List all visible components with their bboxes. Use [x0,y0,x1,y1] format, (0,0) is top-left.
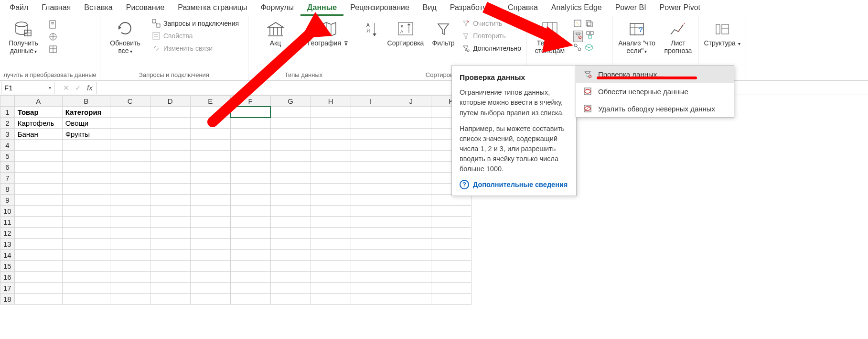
cell[interactable] [110,217,150,228]
tab-insert[interactable]: Вставка [77,0,119,16]
cell[interactable] [230,283,270,294]
cell[interactable] [62,272,110,283]
cell[interactable] [190,195,230,206]
cell[interactable]: Товар [14,107,62,118]
cell[interactable] [150,107,190,118]
from-table-button[interactable] [47,44,59,55]
cell[interactable] [62,173,110,184]
cell[interactable] [431,217,471,228]
cell[interactable] [110,294,150,305]
cell[interactable] [150,217,190,228]
col-header-C[interactable]: C [110,96,150,107]
row-header[interactable]: 10 [0,206,15,217]
cell[interactable] [230,228,270,239]
cell[interactable] [391,107,431,118]
cell[interactable] [351,261,391,272]
cell[interactable] [62,206,110,217]
cell[interactable] [110,118,150,129]
cell[interactable] [311,250,351,261]
cell[interactable] [351,283,391,294]
cell[interactable] [270,217,311,228]
cell[interactable] [190,261,230,272]
cell[interactable] [14,162,62,173]
cell[interactable] [351,173,391,184]
row-header[interactable]: 12 [0,228,15,239]
cell[interactable] [391,140,431,151]
cell[interactable] [190,140,230,151]
cell[interactable] [230,195,270,206]
cell[interactable] [62,195,110,206]
cell[interactable]: Овощи [62,118,110,129]
from-web-button[interactable] [47,32,59,42]
cell[interactable] [311,162,351,173]
row-header[interactable]: 8 [0,184,15,195]
cell[interactable] [150,261,190,272]
cell[interactable] [270,129,311,140]
row-header[interactable]: 17 [0,283,15,294]
cell[interactable] [391,195,431,206]
cell[interactable] [230,250,270,261]
cell[interactable] [391,217,431,228]
cell[interactable] [351,228,391,239]
tab-power-bi[interactable]: Power BI [609,0,653,16]
cell[interactable] [150,294,190,305]
row-header[interactable]: 7 [0,173,15,184]
cell[interactable] [150,272,190,283]
cell[interactable] [391,228,431,239]
cell[interactable] [311,173,351,184]
cell[interactable] [311,217,351,228]
cell[interactable] [62,217,110,228]
cell[interactable] [150,129,190,140]
cell[interactable] [230,151,270,162]
cell[interactable] [14,272,62,283]
tab-home[interactable]: Главная [35,0,77,16]
cell[interactable] [270,239,311,250]
cell[interactable] [391,250,431,261]
cell[interactable] [190,206,230,217]
cell[interactable] [110,195,150,206]
cell[interactable] [14,173,62,184]
sort-az-button[interactable]: АЯ [362,18,381,41]
cell[interactable] [190,294,230,305]
cell[interactable] [14,294,62,305]
cell[interactable] [270,228,311,239]
cell[interactable] [311,129,351,140]
cell[interactable] [391,151,431,162]
cell[interactable] [62,151,110,162]
cell[interactable] [351,195,391,206]
col-header-D[interactable]: D [150,96,190,107]
cell[interactable] [14,184,62,195]
cell[interactable] [230,294,270,305]
cell[interactable] [391,162,431,173]
cell[interactable] [190,129,230,140]
cell[interactable] [431,228,471,239]
row-header[interactable]: 18 [0,294,15,305]
cell[interactable] [431,239,471,250]
col-header-J[interactable]: J [391,96,431,107]
tab-view[interactable]: Вид [416,0,443,16]
cell[interactable] [391,129,431,140]
cell[interactable] [230,217,270,228]
cell[interactable] [431,283,471,294]
cell[interactable] [230,173,270,184]
cell[interactable] [110,228,150,239]
cell[interactable] [62,250,110,261]
cell[interactable] [431,195,471,206]
cell[interactable] [311,294,351,305]
row-header[interactable]: 15 [0,261,15,272]
data-model-icon[interactable] [585,43,593,54]
from-text-button[interactable] [47,19,59,30]
cell[interactable] [14,261,62,272]
name-box[interactable]: F1 ▾ [1,82,54,94]
remove-duplicates-icon[interactable] [585,19,593,30]
fx-icon[interactable]: fx [87,84,93,92]
row-header[interactable]: 11 [0,217,15,228]
cell[interactable] [391,206,431,217]
cell[interactable] [14,228,62,239]
forecast-sheet-button[interactable]: Лист прогноза [661,18,695,56]
cell[interactable] [62,228,110,239]
cell[interactable] [311,283,351,294]
cell[interactable] [110,129,150,140]
cell[interactable] [270,294,311,305]
consolidate-icon[interactable] [586,31,594,42]
